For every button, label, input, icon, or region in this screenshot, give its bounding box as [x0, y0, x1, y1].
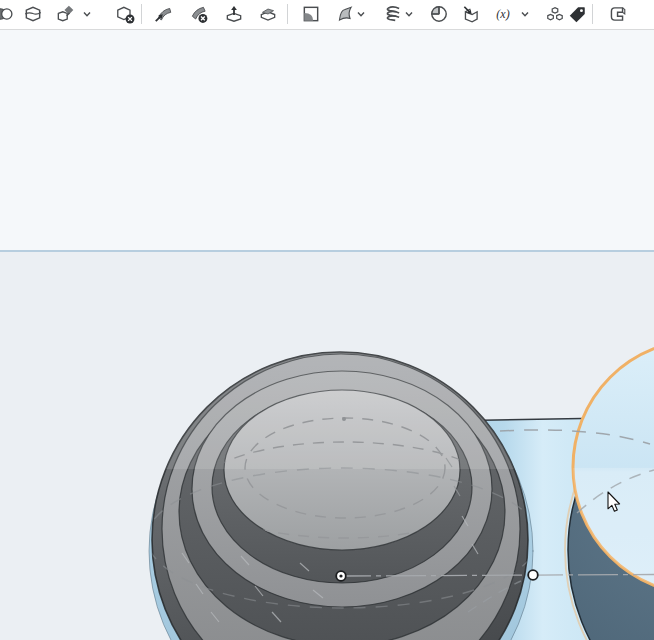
toolbar-separator [592, 4, 593, 24]
custom-feature-icon [607, 4, 627, 24]
helix-icon [383, 4, 403, 24]
tag-button[interactable] [564, 1, 590, 27]
viewport-bg-upper [0, 29, 654, 250]
vertex-marker[interactable] [336, 571, 346, 581]
fill-surface-dropdown[interactable] [354, 1, 368, 27]
viewport-canvas[interactable] [0, 0, 654, 640]
delete-face-icon [189, 4, 209, 24]
transform-dropdown[interactable] [80, 1, 94, 27]
boolean-icon [0, 4, 14, 24]
tag-icon [567, 4, 587, 24]
delete-part-icon [115, 4, 135, 24]
circular-pattern-icon [429, 4, 449, 24]
hidden-vertex-dot [342, 417, 346, 421]
split-icon [23, 4, 43, 24]
viewport-divider-line [0, 250, 654, 252]
toolbar-separator [141, 4, 142, 24]
fill-surface-icon [335, 4, 355, 24]
instances-icon [545, 4, 565, 24]
variable-icon: (x) [490, 4, 516, 24]
replace-face-icon [153, 4, 173, 24]
replace-face-button[interactable] [150, 1, 176, 27]
toolbar-separator [287, 4, 288, 24]
split-button[interactable] [20, 1, 46, 27]
variable-dropdown[interactable] [518, 1, 532, 27]
chevron-down-icon [404, 9, 414, 19]
transform-icon [55, 4, 75, 24]
delete-face-button[interactable] [186, 1, 212, 27]
thicken-button[interactable] [255, 1, 281, 27]
feature-toolbar: (x) [0, 0, 654, 30]
chevron-down-icon [520, 9, 530, 19]
vertex-marker[interactable] [528, 570, 538, 580]
transform-button[interactable] [52, 1, 78, 27]
thicken-icon [258, 4, 278, 24]
delete-part-button[interactable] [112, 1, 138, 27]
boundary-surface-button[interactable] [298, 1, 324, 27]
helix-dropdown[interactable] [402, 1, 416, 27]
derive-icon [461, 4, 481, 24]
move-face-icon [224, 4, 244, 24]
chevron-down-icon [82, 9, 92, 19]
derive-button[interactable] [458, 1, 484, 27]
move-face-button[interactable] [221, 1, 247, 27]
circular-pattern-button[interactable] [426, 1, 452, 27]
boundary-surface-icon [301, 4, 321, 24]
chevron-down-icon [356, 9, 366, 19]
boolean-button[interactable] [0, 1, 17, 27]
variable-button[interactable]: (x) [490, 1, 516, 27]
variable-glyph: (x) [496, 7, 509, 21]
custom-feature-button[interactable] [604, 1, 630, 27]
